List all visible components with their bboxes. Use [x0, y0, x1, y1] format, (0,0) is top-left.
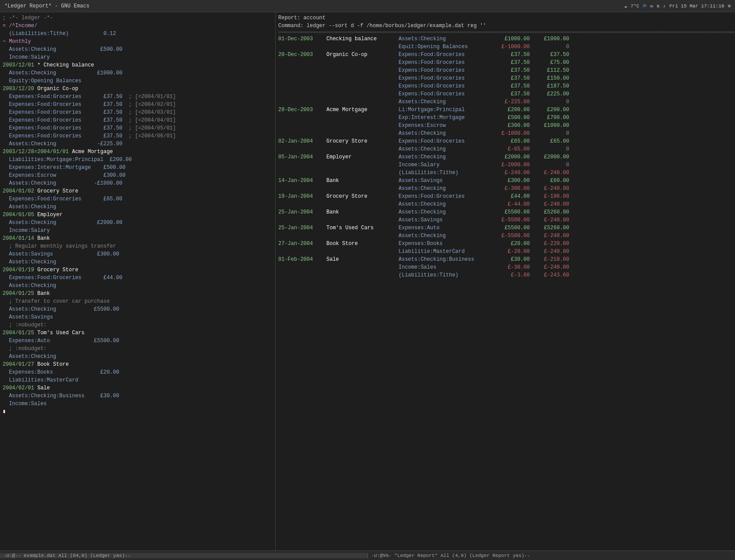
- titlebar-title: *Ledger Report* - GNU Emacs: [4, 3, 89, 9]
- entry-account: Expens:Food:Groceries: [399, 74, 490, 82]
- table-row: 02-Jan-2004Grocery StoreExpens:Food:Groc…: [278, 137, 732, 145]
- table-row: 19-Jan-2004Grocery StoreExpens:Food:Groc…: [278, 192, 732, 200]
- entry-desc: [326, 59, 399, 66]
- status-left: -U:@-- example.dat All (64,0) (Ledger ya…: [0, 553, 368, 558]
- table-row: Assets:Checking£-5500.00£-240.00: [278, 232, 732, 240]
- entry-amount: £-225.00: [490, 98, 530, 106]
- entry-total: £200.00: [530, 106, 569, 114]
- entry-amount: £5500.00: [490, 208, 530, 216]
- table-row: (Liabilities:Tithe)£-240.00£-240.00: [278, 169, 732, 177]
- entry-date: 01-Dec-2003: [278, 35, 326, 43]
- left-line-6: Assets:Checking £500.00: [3, 46, 273, 53]
- entry-total: £700.00: [530, 114, 569, 122]
- table-row: Income:Salary£-2000.000: [278, 161, 732, 169]
- entry-account: Expens:Food:Groceries: [399, 192, 490, 200]
- entry-total: £150.00: [530, 74, 569, 82]
- entry-desc: [326, 43, 399, 51]
- entry-total: 0: [530, 161, 569, 169]
- entry-amount: £300.00: [490, 122, 530, 130]
- entry-date: [278, 74, 326, 82]
- entry-account: Assets:Checking: [399, 208, 490, 216]
- entry-amount: £37.50: [490, 74, 530, 82]
- entry-desc: Bank: [326, 208, 399, 216]
- main-container: ; -*- ledger -*-= /^Income/ (Liabilities…: [0, 12, 735, 550]
- entry-date: [278, 122, 326, 130]
- refresh-icon[interactable]: ⟳: [643, 3, 647, 9]
- entry-total: £-240.00: [530, 248, 569, 256]
- entry-account: Assets:Checking: [399, 98, 490, 106]
- entry-account: Income:Sales: [399, 263, 490, 271]
- entry-date: [278, 216, 326, 224]
- left-line-11: Equity:Opening Balances: [3, 77, 273, 85]
- entry-total: £37.50: [530, 51, 569, 59]
- entry-date: [278, 200, 326, 208]
- entry-date: [278, 66, 326, 74]
- entry-account: Assets:Checking: [399, 185, 490, 192]
- entry-account: Expens:Food:Groceries: [399, 90, 490, 98]
- table-row: Expens:Food:Groceries£37.50£225.00: [278, 90, 732, 98]
- temperature: 7°C: [630, 4, 639, 9]
- titlebar: *Ledger Report* - GNU Emacs ☁ 7°C ⟳ ✉ ⇅ …: [0, 0, 735, 12]
- settings-icon[interactable]: ⚙: [728, 3, 731, 9]
- table-row: (Liabilities:Tithe)£-3.60£-243.60: [278, 271, 732, 279]
- entry-account: Expenses:Escrow: [399, 122, 490, 130]
- left-line-20: Assets:Checking -£225.00: [3, 140, 273, 148]
- entry-total: £-240.00: [530, 185, 569, 192]
- command-text: Command: ledger --sort d -f /home/borbus…: [278, 23, 486, 29]
- entry-account: Assets:Checking: [399, 35, 490, 43]
- left-line-45: 2004/01/25 Bank: [3, 290, 273, 298]
- left-line-46: ; Transfer to cover car purchase: [3, 298, 273, 305]
- entry-amount: £-1000.00: [490, 43, 530, 51]
- left-line-33: Assets:Checking £2000.00: [3, 219, 273, 227]
- table-row: Expens:Food:Groceries£37.50£112.50: [278, 66, 732, 74]
- entry-total: £-196.00: [530, 192, 569, 200]
- left-line-47: Assets:Checking £5500.00: [3, 305, 273, 313]
- table-row: 27-Jan-2004Book StoreExpenses:Books£20.0…: [278, 240, 732, 248]
- entry-account: Assets:Checking: [399, 200, 490, 208]
- table-row: Liabilitie:MasterCard£-20.00£-240.00: [278, 248, 732, 256]
- entry-amount: £-44.00: [490, 200, 530, 208]
- entry-date: 25-Jan-2004: [278, 224, 326, 232]
- entry-desc: [326, 271, 399, 279]
- table-row: 01-Feb-2004SaleAssets:Checking:Business£…: [278, 256, 732, 263]
- table-row: Income:Sales£-30.00£-240.00: [278, 263, 732, 271]
- entry-desc: Acme Mortgage: [326, 106, 399, 114]
- left-line-61: Assets:Checking:Business £30.00: [3, 392, 273, 400]
- entry-account: Expens:Food:Groceries: [399, 82, 490, 90]
- entry-amount: £5500.00: [490, 224, 530, 232]
- left-line-38: Assets:Savings £300.00: [3, 250, 273, 258]
- left-line-26: Assets:Checking -£1000.00: [3, 179, 273, 187]
- report-entries: 01-Dec-2003Checking balanceAssets:Checki…: [278, 35, 732, 279]
- table-row: 01-Dec-2003Checking balanceAssets:Checki…: [278, 35, 732, 43]
- entry-account: Assets:Checking:Business: [399, 256, 490, 263]
- entry-date: 28-Dec-2003: [278, 106, 326, 114]
- mail-icon[interactable]: ✉: [650, 3, 653, 9]
- table-row: 25-Jan-2004BankAssets:Checking£5500.00£5…: [278, 208, 732, 216]
- entry-total: £75.00: [530, 59, 569, 66]
- right-pane-content: Report: account Command: ledger --sort d…: [276, 12, 735, 550]
- left-line-52: Expenses:Auto £5500.00: [3, 337, 273, 345]
- entry-account: Income:Salary: [399, 161, 490, 169]
- entry-desc: [326, 169, 399, 177]
- entry-amount: £44.00: [490, 192, 530, 200]
- left-line-53: ; :nobudget:: [3, 345, 273, 353]
- network-icon[interactable]: ⇅: [657, 3, 660, 9]
- datetime: Fri 15 Mar 17:11:19: [669, 4, 724, 9]
- entry-total: £-240.00: [530, 200, 569, 208]
- entry-desc: Grocery Store: [326, 137, 399, 145]
- left-line-10: Assets:Checking £1000.00: [3, 69, 273, 77]
- entry-total: 0: [530, 145, 569, 153]
- left-line-7: Income:Salary: [3, 53, 273, 61]
- table-row: Expens:Food:Groceries£37.50£187.50: [278, 82, 732, 90]
- entry-date: [278, 185, 326, 192]
- volume-icon[interactable]: ♪: [663, 4, 666, 9]
- entry-total: £-240.00: [530, 216, 569, 224]
- entry-desc: Bank: [326, 177, 399, 185]
- entry-desc: Book Store: [326, 240, 399, 248]
- left-line-43: Assets:Checking: [3, 282, 273, 290]
- entry-account: (Liabilities:Tithe): [399, 271, 490, 279]
- entry-desc: [326, 248, 399, 256]
- entry-desc: [326, 216, 399, 224]
- table-row: Exp:Interest:Mortgage£500.00£700.00: [278, 114, 732, 122]
- entry-desc: [326, 130, 399, 137]
